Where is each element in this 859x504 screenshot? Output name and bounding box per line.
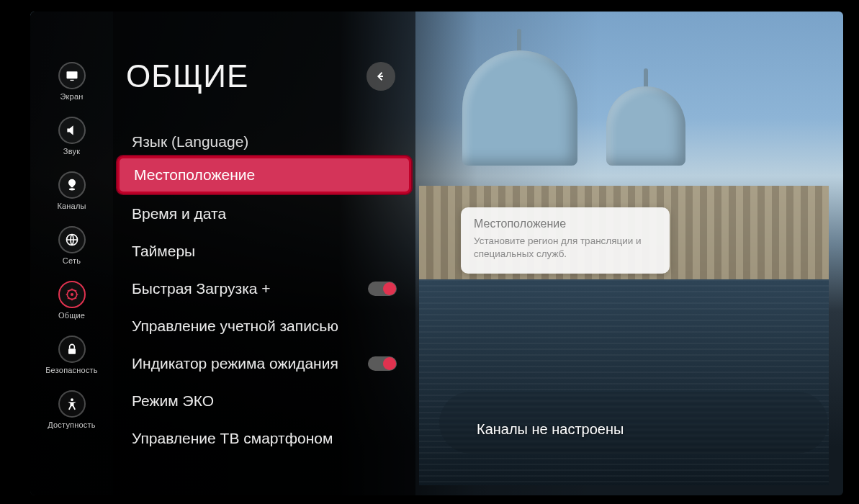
- sidebar-item-label: Общие: [58, 311, 85, 320]
- back-button[interactable]: [366, 62, 395, 91]
- info-card-title: Местоположение: [474, 217, 657, 230]
- settings-sidebar: Экран Звук Каналы Сеть Общие: [30, 12, 113, 495]
- sidebar-item-sound[interactable]: Звук: [30, 117, 113, 156]
- svg-point-7: [71, 398, 73, 401]
- menu-item-timers[interactable]: Таймеры: [113, 233, 415, 270]
- menu-item-eco[interactable]: Режим ЭКО: [113, 382, 415, 420]
- sidebar-item-label: Доступность: [48, 420, 95, 429]
- sidebar-item-security[interactable]: Безопасность: [30, 336, 113, 374]
- info-card: Местоположение Установите регион для тра…: [461, 207, 670, 274]
- menu-item-label: Режим ЭКО: [132, 392, 214, 410]
- menu-item-label: Управление учетной записью: [132, 318, 338, 335]
- menu-item-account[interactable]: Управление учетной записью: [113, 307, 415, 345]
- gear-icon: [58, 281, 86, 308]
- menu-item-label: Время и дата: [132, 205, 226, 222]
- settings-menu-list: Язык (Language) Местоположение Время и д…: [113, 127, 415, 457]
- menu-item-label: Таймеры: [132, 243, 195, 260]
- standby-toggle[interactable]: [368, 356, 397, 371]
- panel-title: ОБЩИЕ: [126, 58, 248, 94]
- sidebar-item-network[interactable]: Сеть: [30, 226, 113, 265]
- quickstart-toggle[interactable]: [368, 282, 397, 296]
- svg-point-2: [68, 188, 74, 190]
- sidebar-item-screen[interactable]: Экран: [30, 62, 113, 101]
- info-card-body: Установите регион для трансляции и специ…: [474, 235, 657, 261]
- svg-point-5: [70, 293, 73, 296]
- sidebar-item-general[interactable]: Общие: [30, 281, 113, 320]
- back-icon: [374, 70, 387, 83]
- channel-status-text: Каналы не настроены: [477, 421, 624, 438]
- menu-item-label: Быстрая Загрузка +: [132, 280, 271, 297]
- sidebar-item-accessibility[interactable]: Доступность: [30, 390, 113, 429]
- channels-icon: [58, 171, 86, 199]
- sidebar-item-label: Сеть: [63, 256, 81, 265]
- lock-icon: [58, 336, 86, 363]
- sidebar-item-channels[interactable]: Каналы: [30, 171, 113, 210]
- screen-icon: [58, 62, 86, 89]
- sound-icon: [58, 117, 86, 144]
- sidebar-item-label: Каналы: [57, 202, 86, 210]
- settings-panel: ОБЩИЕ Язык (Language) Местоположение Вре…: [113, 12, 415, 495]
- menu-item-label: Индикатор режима ожидания: [132, 355, 338, 372]
- svg-rect-6: [68, 348, 76, 354]
- accessibility-icon: [58, 390, 86, 418]
- menu-item-language[interactable]: Язык (Language): [113, 127, 415, 155]
- network-icon: [58, 226, 86, 253]
- menu-item-label: Местоположение: [134, 166, 255, 184]
- menu-item-datetime[interactable]: Время и дата: [113, 195, 415, 233]
- menu-item-standby[interactable]: Индикатор режима ожидания: [113, 345, 415, 382]
- svg-rect-1: [70, 80, 73, 81]
- menu-item-tvphone[interactable]: Управление ТВ смартфоном: [113, 420, 415, 457]
- sidebar-item-label: Безопасность: [45, 366, 98, 374]
- svg-rect-0: [66, 71, 77, 78]
- menu-item-location[interactable]: Местоположение: [117, 156, 411, 194]
- menu-item-label: Управление ТВ смартфоном: [132, 430, 333, 447]
- sidebar-item-label: Экран: [60, 92, 83, 101]
- sidebar-item-label: Звук: [63, 147, 80, 156]
- menu-item-quickstart[interactable]: Быстрая Загрузка +: [113, 270, 415, 307]
- menu-item-label: Язык (Language): [132, 133, 248, 150]
